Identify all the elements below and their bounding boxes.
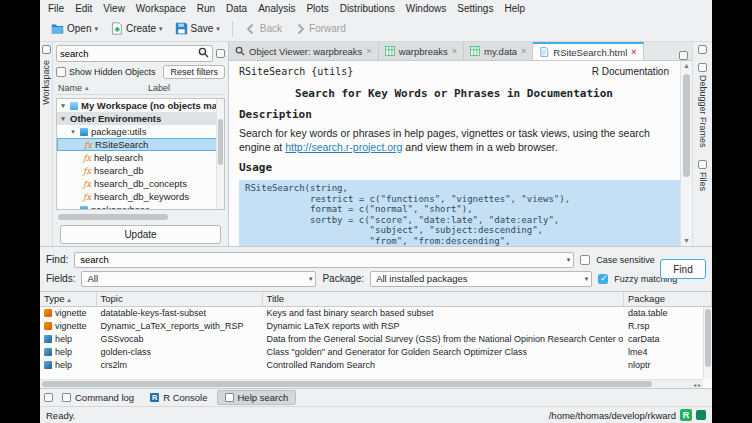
case-sensitive-checkbox[interactable] xyxy=(580,255,590,265)
menu-file[interactable]: File xyxy=(48,3,64,14)
menu-edit[interactable]: Edit xyxy=(75,3,92,14)
update-button[interactable]: Update xyxy=(60,225,221,244)
tree-item-hsearch-db-keywords[interactable]: ƒx hsearch_db_keywords xyxy=(57,190,224,203)
files-dock-tab[interactable]: Files xyxy=(698,157,708,194)
result-row[interactable]: vignette Dynamic_LaTeX_reports_with_RSP … xyxy=(40,319,712,332)
scrollbar-track[interactable] xyxy=(681,71,692,236)
label-column-header[interactable]: Label xyxy=(148,83,170,93)
result-row[interactable]: help crs2lm Controlled Random Search nlo… xyxy=(40,358,712,371)
dock-config-icon[interactable] xyxy=(698,45,707,54)
close-tab-icon[interactable]: × xyxy=(521,46,526,56)
menu-help[interactable]: Help xyxy=(504,3,525,14)
menu-settings[interactable]: Settings xyxy=(457,3,493,14)
statusbar: Ready. /home/thomas/develop/rkward R xyxy=(40,406,712,423)
menu-plots[interactable]: Plots xyxy=(306,3,328,14)
workspace-searchbox[interactable] xyxy=(56,45,213,62)
save-button[interactable]: Save ▾ xyxy=(170,20,225,37)
tab-rsitesearch-html[interactable]: RSiteSearch.html × xyxy=(533,42,643,60)
close-tab-icon[interactable]: × xyxy=(452,46,457,56)
tree-item-hsearch-db-concepts[interactable]: ƒx hsearch_db_concepts xyxy=(57,177,224,190)
detach-window-icon[interactable] xyxy=(679,51,688,60)
menu-windows[interactable]: Windows xyxy=(406,3,447,14)
tree-item-my-workspace[interactable]: ▾ My Workspace (no objects matching filt… xyxy=(57,99,224,112)
tree-item-package-utils[interactable]: ▾ package:utils xyxy=(57,125,224,138)
results-horizontal-scrollbar[interactable]: ◂ ▸ xyxy=(40,379,703,388)
collapse-arrow-icon[interactable]: ▾ xyxy=(59,115,67,123)
result-row[interactable]: vignette datatable-keys-fast-subset Keys… xyxy=(40,306,712,319)
result-row[interactable]: help golden-class Class "golden" and Gen… xyxy=(40,345,712,358)
help-vertical-scrollbar[interactable]: ▲ ▼ xyxy=(680,61,692,246)
find-button[interactable]: Find xyxy=(660,259,706,279)
tree-item-rsitesearch[interactable]: ƒx RSiteSearch xyxy=(57,138,224,151)
code-line: format = c("normal", "short"), xyxy=(245,204,685,215)
tree-horizontal-scrollbar[interactable] xyxy=(56,213,225,221)
scrollbar-thumb[interactable] xyxy=(683,74,690,176)
scrollbar-thumb[interactable] xyxy=(42,381,652,387)
back-button[interactable]: Back xyxy=(240,21,287,37)
scroll-up-icon[interactable]: ▲ xyxy=(683,61,690,71)
package-column-header[interactable]: Package xyxy=(624,292,712,306)
scroll-down-icon[interactable]: ▼ xyxy=(683,236,690,246)
toolview-config-icon[interactable] xyxy=(44,393,53,402)
scrollbar-thumb[interactable] xyxy=(218,119,223,165)
chevron-down-icon[interactable]: ▾ xyxy=(585,275,589,283)
reset-filters-button[interactable]: Reset filters xyxy=(163,65,225,79)
menu-run[interactable]: Run xyxy=(197,3,215,14)
fuzzy-matching-checkbox[interactable] xyxy=(598,274,608,284)
menu-distributions[interactable]: Distributions xyxy=(340,3,395,14)
menu-analysis[interactable]: Analysis xyxy=(258,3,295,14)
tab-warpbreaks[interactable]: warpbreaks × xyxy=(379,42,464,60)
close-tab-icon[interactable]: × xyxy=(366,46,371,56)
title-column-header[interactable]: Title xyxy=(262,292,624,306)
tree-item-package-base[interactable]: ▸ package:base xyxy=(57,203,224,210)
close-tab-icon[interactable]: × xyxy=(631,47,636,57)
fields-combobox[interactable]: All ▾ xyxy=(81,271,316,287)
workspace-dock-tab[interactable]: Workspace xyxy=(41,60,51,105)
letterbox-left xyxy=(0,0,40,423)
tree-item-hsearch-db[interactable]: ƒx hsearch_db xyxy=(57,164,224,177)
create-button[interactable]: Create ▾ xyxy=(105,20,168,37)
show-hidden-checkbox[interactable] xyxy=(56,67,66,77)
debugger-frames-dock-tab[interactable]: Debugger Frames xyxy=(698,60,708,151)
forward-button[interactable]: Forward xyxy=(289,21,351,37)
open-dropdown-icon[interactable]: ▾ xyxy=(94,25,98,33)
collapse-arrow-icon[interactable]: ▾ xyxy=(69,128,77,136)
results-vertical-scrollbar[interactable] xyxy=(703,307,712,379)
chevron-down-icon[interactable]: ▾ xyxy=(567,256,571,264)
find-input[interactable] xyxy=(80,254,562,265)
tab-my-data[interactable]: my.data × xyxy=(464,42,533,60)
open-button[interactable]: Open ▾ xyxy=(46,20,103,37)
scrollbar-thumb[interactable] xyxy=(58,214,168,220)
tree-item-help-search[interactable]: ƒx help.search xyxy=(57,151,224,164)
tree-vertical-scrollbar[interactable] xyxy=(216,99,224,209)
create-dropdown-icon[interactable]: ▾ xyxy=(159,25,163,33)
search-r-project-link[interactable]: http://search.r-project.org xyxy=(285,141,402,153)
find-combobox[interactable]: ▾ xyxy=(74,252,574,268)
tree-item-other-environments[interactable]: ▾ Other Environments xyxy=(57,112,224,125)
filter-options-icon[interactable] xyxy=(216,49,225,58)
workspace-search-input[interactable] xyxy=(60,48,198,59)
r-engine-status-icon[interactable]: R xyxy=(680,409,692,421)
result-row[interactable]: help GSSvocab Data from the General Soci… xyxy=(40,332,712,345)
menu-view[interactable]: View xyxy=(103,3,125,14)
scroll-arrows-icon[interactable]: ◂ ▸ xyxy=(693,381,703,388)
expand-arrow-icon[interactable]: ▸ xyxy=(69,206,77,211)
type-column-header[interactable]: Type ▴ xyxy=(40,292,96,306)
r-console-tab[interactable]: R R Console xyxy=(143,390,214,405)
command-log-tab[interactable]: Command log xyxy=(55,390,141,405)
scrollbar-thumb[interactable] xyxy=(705,309,711,367)
chevron-down-icon[interactable]: ▾ xyxy=(309,275,313,283)
back-label: Back xyxy=(260,23,282,34)
tab-object-viewer-warpbreaks[interactable]: Object Viewer: warpbreaks × xyxy=(229,42,379,60)
save-dropdown-icon[interactable]: ▾ xyxy=(216,25,220,33)
help-page-icon xyxy=(539,47,549,57)
help-search-tab[interactable]: Help search xyxy=(217,390,297,405)
package-combobox[interactable]: All installed packages ▾ xyxy=(370,271,592,287)
topic-column-header[interactable]: Topic xyxy=(96,292,262,306)
help-icon xyxy=(44,361,52,369)
collapse-arrow-icon[interactable]: ▾ xyxy=(59,102,67,110)
menu-data[interactable]: Data xyxy=(226,3,247,14)
dock-grid-icon[interactable] xyxy=(42,45,51,54)
menu-workspace[interactable]: Workspace xyxy=(136,3,186,14)
name-column-header[interactable]: Name▴ xyxy=(58,83,148,93)
